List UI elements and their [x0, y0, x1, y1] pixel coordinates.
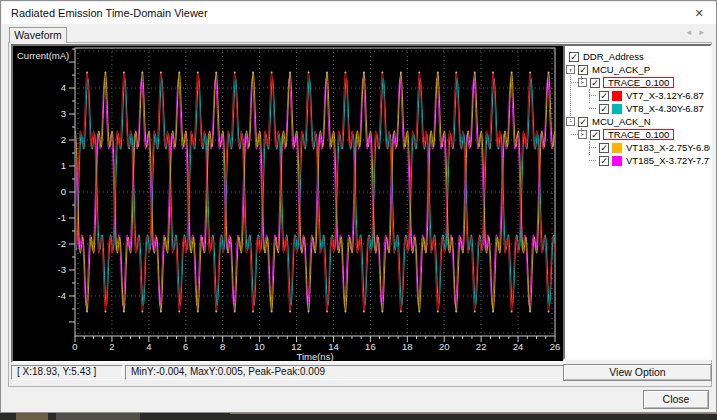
- tree-item-label[interactable]: VT7_X-3.12Y-6.87: [626, 90, 704, 101]
- peak-marker: [289, 71, 291, 73]
- tree-item-label[interactable]: MCU_ACK_P: [592, 64, 650, 75]
- tree-connector: [581, 76, 582, 84]
- peak-marker: [178, 71, 180, 73]
- tree-item-label[interactable]: MCU_ACK_N: [592, 116, 651, 127]
- peak-marker: [400, 71, 402, 73]
- tree-row-vt183-x-2-75y-6-80[interactable]: ✓VT183_X-2.75Y-6.80: [589, 141, 712, 154]
- peak-marker: [104, 71, 106, 73]
- tree-row-trace-0-100[interactable]: -✓TRACE_0.100: [571, 128, 674, 141]
- y-tick-label: 1: [61, 160, 66, 171]
- trace-color-swatch: [612, 143, 622, 153]
- y-tick-label: 3: [61, 108, 66, 119]
- window-title: Radiated Emission Time-Domain Viewer: [2, 7, 208, 19]
- title-bar[interactable]: Radiated Emission Time-Domain Viewer ✕: [2, 2, 716, 24]
- peak-marker: [141, 311, 143, 313]
- peak-marker: [289, 311, 291, 313]
- tree-checkbox[interactable]: ✓: [599, 104, 609, 114]
- peak-marker: [178, 311, 180, 313]
- tree-checkbox[interactable]: ✓: [599, 156, 609, 166]
- viewer-window: Radiated Emission Time-Domain Viewer ✕ W…: [0, 0, 717, 413]
- tree-row-vt7-x-3-12y-6-87[interactable]: ✓VT7_X-3.12Y-6.87: [589, 89, 704, 102]
- peak-marker: [511, 311, 513, 313]
- tree-checkbox[interactable]: ✓: [578, 117, 588, 127]
- tree-connector: [589, 95, 596, 96]
- tree-row-vt8-x-4-30y-6-87[interactable]: ✓VT8_X-4.30Y-6.87: [589, 102, 704, 115]
- peak-marker: [363, 71, 365, 73]
- peak-marker: [400, 311, 402, 313]
- x-tick-label: 16: [365, 341, 376, 352]
- tree-item-label[interactable]: TRACE_0.100: [603, 129, 674, 140]
- x-axis-label: Time(ns): [296, 351, 333, 361]
- peak-marker: [529, 311, 531, 313]
- peak-marker: [123, 71, 125, 73]
- tree-item-label[interactable]: VT183_X-2.75Y-6.80: [626, 142, 712, 153]
- tree-checkbox[interactable]: ✓: [578, 65, 588, 75]
- tree-checkbox[interactable]: ✓: [590, 78, 600, 88]
- waveform-plot[interactable]: Current(mA)43210-1-2-3-40246810121416182…: [13, 46, 563, 361]
- peak-marker: [381, 71, 383, 73]
- trace-color-swatch: [612, 104, 622, 114]
- tree-row-trace-0-100[interactable]: -✓TRACE_0.100: [571, 76, 674, 89]
- x-tick-label: 2: [109, 341, 114, 352]
- y-tick-label: -2: [58, 238, 66, 249]
- x-tick-label: 8: [220, 341, 225, 352]
- trace-color-swatch: [612, 156, 622, 166]
- x-tick-label: 24: [513, 341, 524, 352]
- tree-connector: [571, 134, 578, 135]
- peak-marker: [455, 71, 457, 73]
- waveform-chart-panel: Current(mA)43210-1-2-3-40246810121416182…: [11, 44, 565, 363]
- peak-marker: [252, 71, 254, 73]
- peak-marker: [141, 71, 143, 73]
- peak-marker: [418, 71, 420, 73]
- peak-marker: [215, 71, 217, 73]
- tree-connector: [570, 70, 571, 122]
- tree-connector: [571, 82, 578, 83]
- status-cursor-readout: [ X:18.93, Y:5.43 ]: [11, 365, 123, 380]
- tree-checkbox[interactable]: ✓: [599, 91, 609, 101]
- tree-connector: [589, 108, 596, 109]
- peak-marker: [381, 311, 383, 313]
- tree-collapse-icon[interactable]: -: [578, 130, 587, 139]
- x-tick-label: 26: [550, 341, 561, 352]
- tree-row-ddr-address[interactable]: ✓DDR_Address: [569, 50, 644, 63]
- tree-checkbox[interactable]: ✓: [569, 52, 579, 62]
- tab-scroll-arrows-icon[interactable]: ◂ ▸: [686, 27, 707, 37]
- y-tick-label: 4: [61, 82, 66, 93]
- tree-item-label[interactable]: DDR_Address: [583, 51, 644, 62]
- tree-checkbox[interactable]: ✓: [590, 130, 600, 140]
- view-option-button[interactable]: View Option: [563, 364, 712, 381]
- tree-item-label[interactable]: VT8_X-4.30Y-6.87: [626, 103, 704, 114]
- desktop-strip: [0, 413, 717, 420]
- x-tick-label: 6: [183, 341, 188, 352]
- x-tick-label: 0: [72, 341, 77, 352]
- peak-marker: [234, 311, 236, 313]
- tree-connector: [581, 128, 582, 136]
- peak-marker: [344, 311, 346, 313]
- tree-row-vt185-x-3-72y-7-77[interactable]: ✓VT185_X-3.72Y-7.77: [589, 154, 712, 167]
- tree-row-mcu-ack-n[interactable]: -✓MCU_ACK_N: [566, 115, 651, 128]
- y-tick-label: -4: [58, 290, 66, 301]
- tree-collapse-icon[interactable]: -: [578, 78, 587, 87]
- window-close-icon[interactable]: ✕: [682, 2, 716, 24]
- x-tick-label: 18: [402, 341, 413, 352]
- peak-marker: [474, 71, 476, 73]
- peak-marker: [437, 311, 439, 313]
- peak-marker: [363, 311, 365, 313]
- tab-waveform[interactable]: Waveform: [9, 27, 67, 43]
- peak-marker: [308, 311, 310, 313]
- peak-marker: [511, 71, 513, 73]
- signal-tree: ✓DDR_Address-✓MCU_ACK_P-✓TRACE_0.100✓VT7…: [565, 46, 710, 358]
- close-button[interactable]: Close: [643, 390, 709, 409]
- x-tick-label: 22: [476, 341, 487, 352]
- tree-checkbox[interactable]: ✓: [599, 143, 609, 153]
- peak-marker: [234, 71, 236, 73]
- status-minmax-readout: MinY:-0.004, MaxY:0.005, Peak-Peak:0.009: [125, 365, 565, 380]
- peak-marker: [492, 71, 494, 73]
- peak-marker: [418, 311, 420, 313]
- peak-marker: [86, 71, 88, 73]
- tree-row-mcu-ack-p[interactable]: -✓MCU_ACK_P: [566, 63, 650, 76]
- tree-item-label[interactable]: TRACE_0.100: [603, 77, 674, 88]
- tree-item-label[interactable]: VT185_X-3.72Y-7.77: [626, 155, 712, 166]
- y-tick-label: 0: [61, 186, 66, 197]
- peak-marker: [104, 311, 106, 313]
